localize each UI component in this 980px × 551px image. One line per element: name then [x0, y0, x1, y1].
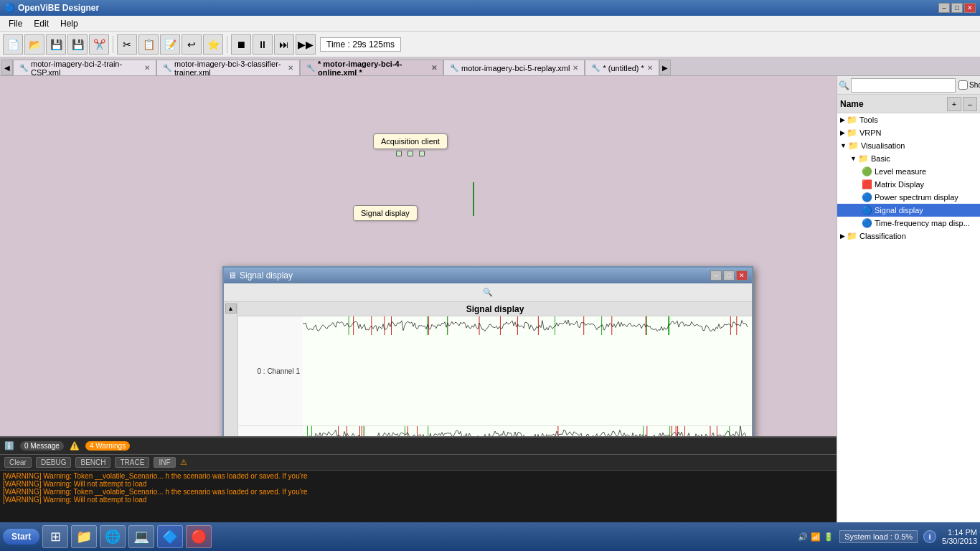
minimize-button[interactable]: – [938, 3, 950, 13]
cut-button[interactable]: ✂ [117, 34, 137, 55]
taskbar-app-terminal[interactable]: 💻 [128, 525, 154, 548]
inf-button[interactable]: INF [154, 457, 175, 468]
taskbar-app-explorer[interactable]: ⊞ [42, 525, 68, 548]
debug-button[interactable]: DEBUG [36, 457, 72, 468]
panel-remove-btn[interactable]: – [963, 97, 977, 111]
start-button[interactable]: Start [3, 529, 39, 545]
acquisition-client-box[interactable]: Acquisition client [373, 133, 448, 149]
play-button[interactable]: ▶▶ [296, 34, 316, 55]
info-button[interactable]: i [923, 530, 936, 543]
trace-button[interactable]: TRACE [115, 457, 149, 468]
new-button[interactable]: 📄 [3, 34, 23, 55]
panel-add-btn[interactable]: + [947, 97, 961, 111]
time-date-display: 1:14 PM 5/30/2013 [942, 528, 977, 545]
signal-display-label: Signal display [361, 209, 410, 217]
tab-nav-left[interactable]: ◀ [1, 60, 13, 75]
open-button[interactable]: 📂 [24, 34, 44, 55]
tree-icon-visualisation: 📁 [848, 141, 859, 151]
step-button[interactable]: ⏭ [274, 34, 294, 55]
tab-2-label: motor-imagery-bci-3-classifier-trainer.x… [174, 60, 285, 75]
toolbar: 📄 📂 💾 💾 ✂️ ✂ 📋 📝 ↩ ⭐ ⏹ ⏸ ⏭ ▶▶ Time : 29s… [0, 32, 980, 57]
tab-5-close[interactable]: ✕ [647, 64, 653, 72]
popup-maximize[interactable]: □ [723, 270, 735, 281]
tab-1[interactable]: 🔧 motor-imagery-bci-2-train-CSP.xml ✕ [13, 60, 156, 75]
tree-icon-basic: 📁 [858, 154, 869, 164]
signal-display-node[interactable]: Signal display [353, 205, 418, 221]
separator-1 [113, 36, 113, 53]
designer-canvas[interactable]: Acquisition client Signal display [0, 76, 837, 436]
right-panel-toolbar: Name + – [837, 95, 980, 113]
save-button[interactable]: 💾 [46, 34, 66, 55]
log-panel-header: ℹ️ 0 Message ⚠️ 4 Warnings [0, 438, 837, 455]
taskbar-app-folder[interactable]: 📁 [71, 525, 97, 548]
connector-3 [419, 151, 425, 156]
tab-3-icon: 🔧 [306, 64, 315, 72]
network-icon: 🔊 [798, 532, 808, 542]
tab-5[interactable]: 🔧 * (untitled) * ✕ [585, 60, 659, 75]
menu-file[interactable]: File [3, 17, 28, 30]
tree-arrow-visualisation: ▼ [840, 142, 847, 149]
log-toolbar: Clear DEBUG BENCH TRACE INF ⚠ [0, 455, 837, 471]
signal-display-box[interactable]: Signal display [353, 205, 418, 221]
tab-4-close[interactable]: ✕ [573, 64, 578, 72]
menu-help[interactable]: Help [55, 17, 84, 30]
stop-button[interactable]: ⏹ [231, 34, 251, 55]
separator-2 [227, 36, 227, 53]
tree-item-classification[interactable]: ▶📁Classification [837, 230, 980, 242]
menu-edit[interactable]: Edit [28, 17, 55, 30]
tree-item-power-spectrum[interactable]: 🔵Power spectrum display [837, 191, 980, 204]
tree-item-level-measure[interactable]: 🟢Level measure [837, 165, 980, 178]
warning-triangle-icon: ⚠ [180, 458, 187, 467]
tab-5-label: * (untitled) * [603, 64, 644, 72]
tree-item-tools[interactable]: ▶📁Tools [837, 113, 980, 126]
copy-button[interactable]: 📋 [138, 34, 159, 55]
delete-button[interactable]: ✂️ [89, 34, 109, 55]
tree-item-basic[interactable]: ▼📁Basic [837, 152, 980, 165]
log-content: [WARNING] Warning: Token __volatile_Scen… [0, 471, 837, 521]
scroll-up[interactable]: ▲ [225, 303, 237, 314]
tab-3[interactable]: 🔧 * motor-imagery-bci-4-online.xml * ✕ [300, 60, 443, 75]
star-button[interactable]: ⭐ [203, 34, 223, 55]
show-unstable-checkbox[interactable] [958, 80, 968, 90]
tab-4[interactable]: 🔧 motor-imagery-bci-5-replay.xml ✕ [443, 60, 585, 75]
time-display: Time : 29s 125ms [320, 37, 401, 52]
tab-2[interactable]: 🔧 motor-imagery-bci-3-classifier-trainer… [156, 60, 300, 75]
tab-1-close[interactable]: ✕ [144, 64, 150, 72]
tree-icon-power-spectrum: 🔵 [862, 192, 872, 202]
tab-4-label: motor-imagery-bci-5-replay.xml [461, 64, 570, 72]
date-label: 5/30/2013 [942, 537, 977, 545]
tree-item-visualisation[interactable]: ▼📁Visualisation [837, 139, 980, 152]
tree-item-matrix-display[interactable]: 🟥Matrix Display [837, 178, 980, 191]
bench-button[interactable]: BENCH [75, 457, 110, 468]
tab-3-close[interactable]: ✕ [431, 64, 437, 72]
popup-close[interactable]: ✕ [736, 270, 748, 281]
tree-item-signal-display[interactable]: 🔵Signal display [837, 204, 980, 217]
search-input[interactable] [851, 78, 956, 93]
message-count: 0 Message [20, 441, 64, 451]
channel-row: 0 : Channel 1 [238, 316, 752, 426]
acquisition-client-node[interactable]: Acquisition client [373, 133, 448, 156]
sys-tray: 🔊 📶 🔋 [798, 532, 834, 542]
close-button[interactable]: ✕ [964, 3, 976, 13]
tab-2-icon: 🔧 [163, 64, 171, 72]
taskbar-app-ovibe[interactable]: 🔷 [157, 525, 183, 548]
tree-item-time-frequency[interactable]: 🔵Time-frequency map disp... [837, 217, 980, 230]
tab-nav-right[interactable]: ▶ [659, 60, 671, 75]
popup-minimize[interactable]: – [710, 270, 722, 281]
tab-2-close[interactable]: ✕ [288, 64, 293, 72]
popup-controls: – □ ✕ [710, 270, 748, 281]
tree-icon-level-measure: 🟢 [862, 166, 872, 176]
clear-button[interactable]: Clear [4, 457, 32, 468]
pause-button[interactable]: ⏸ [253, 34, 273, 55]
paste-button[interactable]: 📝 [160, 34, 180, 55]
undo-button[interactable]: ↩ [182, 34, 202, 55]
taskbar-app-browser[interactable]: 🌐 [100, 525, 126, 548]
taskbar-app-red[interactable]: 🔴 [186, 525, 212, 548]
connector-1 [396, 151, 402, 156]
tree-label-time-frequency: Time-frequency map disp... [875, 219, 970, 227]
maximize-button[interactable]: □ [951, 3, 963, 13]
tree-item-vrpn[interactable]: ▶📁VRPN [837, 126, 980, 139]
popup-title-left: 🖥 Signal display [228, 270, 293, 281]
tree-label-basic: Basic [871, 154, 890, 163]
save-as-button[interactable]: 💾 [67, 34, 88, 55]
